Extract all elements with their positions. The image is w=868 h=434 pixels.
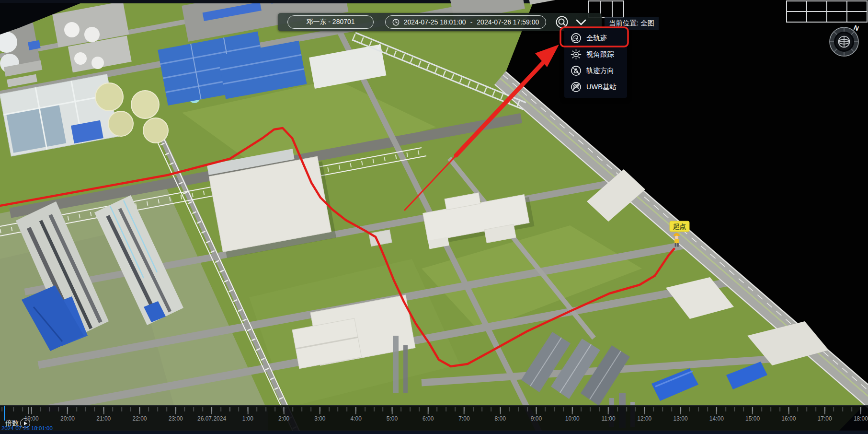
chevron-down-icon[interactable]: [575, 16, 587, 28]
menu-item-trajectory-direction[interactable]: 轨迹方向: [564, 62, 627, 79]
timeline-footer-strip: [0, 431, 868, 434]
timeline-label: 13:00: [674, 415, 688, 422]
timeline-label: 15:00: [745, 415, 760, 422]
locate-target-icon[interactable]: [555, 15, 569, 29]
timeline-label: 10:00: [565, 415, 580, 422]
timeline-label: 2:00: [278, 415, 289, 422]
timeline-label: 4:00: [350, 415, 361, 422]
timeline-label: 11:00: [601, 415, 615, 422]
map-3d-scene[interactable]: 起点: [0, 0, 868, 434]
menu-item-label: 轨迹方向: [586, 66, 614, 75]
timeline-label: 8:00: [495, 415, 506, 422]
timeline-label: 12:00: [637, 415, 651, 422]
timeline-label: 20:00: [60, 415, 75, 422]
timeline-label: 3:00: [314, 415, 325, 422]
timeline-playhead[interactable]: [4, 406, 5, 421]
timeline-label: 6:00: [423, 415, 434, 422]
toolbar: 邓一东 - 280701 2024-07-25 18:01:00 - 2024-…: [278, 13, 602, 31]
timeline-minor-ticks: [0, 407, 868, 411]
timeline-bar[interactable]: 19:0020:0021:0022:0023:0026.07.20241:002…: [0, 405, 868, 434]
timeline-label: 17:00: [818, 415, 832, 422]
clock-icon: [392, 19, 400, 26]
menu-item-uwb-station[interactable]: UWB基站: [564, 79, 627, 95]
trajectory-direction-icon: [571, 65, 582, 76]
timeline-label: 7:00: [458, 415, 469, 422]
timeline-label: 16:00: [781, 415, 796, 422]
app-window: 起点 邓一东 - 280701 2024-07-25 18:01:00 - 20…: [0, 0, 868, 434]
play-icon: [24, 422, 27, 425]
timeline-label: 14:00: [709, 415, 724, 422]
time-end: 2024-07-26 17:59:00: [477, 18, 539, 26]
time-range-picker[interactable]: 2024-07-25 18:01:00 - 2024-07-26 17:59:0…: [385, 15, 546, 29]
full-trajectory-icon: [571, 33, 582, 44]
menu-item-full-trajectory[interactable]: 全轨迹: [564, 30, 627, 46]
menu-item-label: 视角跟踪: [586, 50, 614, 59]
menu-item-label: UWB基站: [586, 82, 617, 92]
timeline-label: 21:00: [96, 415, 111, 422]
timeline-label: 9:00: [531, 415, 542, 422]
view-tracking-icon: [571, 49, 582, 60]
layer-dropdown-menu: 全轨迹 视角跟踪 轨迹方向: [564, 28, 627, 98]
timeline-label: 18:00: [854, 415, 868, 422]
timeline-label: 1:00: [242, 415, 253, 422]
time-start: 2024-07-25 18:01:00: [404, 18, 466, 26]
menu-item-view-tracking[interactable]: 视角跟踪: [564, 46, 627, 62]
time-separator: -: [470, 18, 473, 26]
compass-control[interactable]: N: [828, 23, 862, 57]
menu-item-label: 全轨迹: [586, 34, 607, 43]
timeline-label: 23:00: [169, 415, 183, 422]
person-label: 邓一东 - 280701: [306, 18, 354, 26]
globe-crosshair-icon: [839, 36, 850, 47]
timeline-label: 5:00: [387, 415, 398, 422]
timeline-label: 26.07.2024: [197, 415, 226, 422]
uwb-station-icon: [571, 82, 582, 93]
timeline-label: 22:00: [132, 415, 147, 422]
person-selector[interactable]: 邓一东 - 280701: [287, 15, 374, 29]
start-marker-label: 起点: [673, 223, 686, 230]
